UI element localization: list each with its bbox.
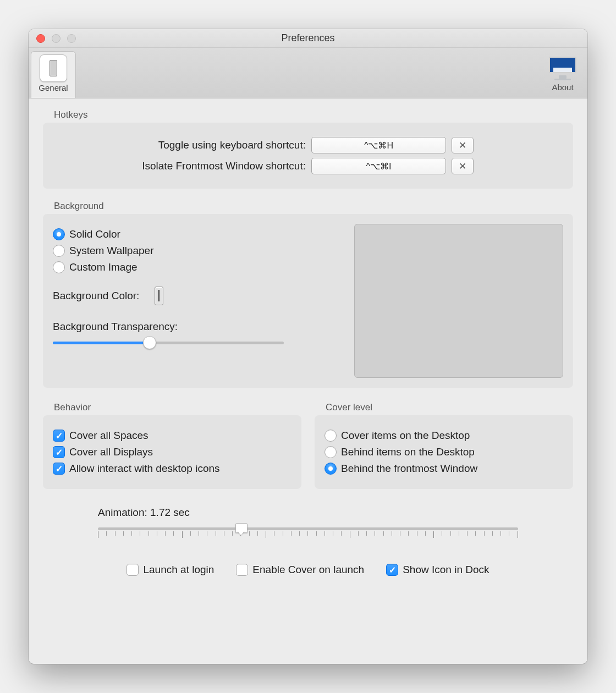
radio-icon	[53, 261, 65, 273]
tab-general[interactable]: General	[31, 51, 76, 98]
background-color-label: Background Color:	[53, 290, 139, 302]
section-background: Solid Color System Wallpaper Custom Imag…	[43, 214, 573, 388]
slider-ticks	[98, 531, 518, 537]
radio-behind-items[interactable]: Behind items on the Desktop	[324, 446, 563, 458]
radio-label: Behind the frontmost Window	[341, 463, 477, 475]
checkbox-label: Launch at login	[143, 564, 214, 576]
checkbox-label: Allow interact with desktop icons	[69, 463, 220, 475]
radio-custom-image[interactable]: Custom Image	[53, 261, 338, 273]
section-cover-level-label: Cover level	[326, 402, 573, 413]
animation-slider[interactable]	[98, 524, 518, 543]
about-icon	[549, 54, 576, 81]
close-icon: ✕	[459, 161, 466, 172]
close-icon: ✕	[459, 140, 466, 151]
radio-label: System Wallpaper	[69, 245, 153, 257]
isolate-shortcut-clear[interactable]: ✕	[452, 158, 474, 174]
animation-label: Animation: 1.72 sec	[98, 507, 518, 519]
checkbox-icon	[53, 463, 65, 475]
general-icon	[40, 54, 67, 82]
window-title: Preferences	[29, 32, 587, 44]
titlebar: Preferences	[29, 29, 587, 48]
transparency-label: Background Transparency:	[53, 321, 338, 333]
radio-label: Behind items on the Desktop	[341, 446, 475, 458]
checkbox-cover-displays[interactable]: Cover all Displays	[53, 446, 292, 458]
checkbox-icon	[386, 564, 398, 576]
checkbox-label: Cover all Displays	[69, 446, 153, 458]
checkbox-icon	[53, 446, 65, 458]
radio-solid-color[interactable]: Solid Color	[53, 228, 338, 240]
switch-icon	[50, 60, 57, 76]
slider-fill	[53, 342, 150, 344]
radio-icon	[324, 430, 337, 442]
slider-knob[interactable]	[143, 336, 156, 349]
background-color-well[interactable]	[155, 287, 163, 305]
toggle-shortcut-label: Toggle using keyboard shortcut:	[53, 139, 306, 151]
section-behavior-label: Behavior	[54, 402, 301, 413]
toolbar-spacer	[76, 51, 540, 98]
checkbox-icon	[236, 564, 248, 576]
radio-system-wallpaper[interactable]: System Wallpaper	[53, 245, 338, 257]
radio-cover-items[interactable]: Cover items on the Desktop	[324, 430, 563, 442]
section-behavior: Cover all Spaces Cover all Displays Allo…	[43, 415, 301, 489]
checkbox-icon	[127, 564, 139, 576]
slider-knob[interactable]	[235, 523, 246, 535]
section-background-label: Background	[54, 201, 573, 212]
checkbox-launch-login[interactable]: Launch at login	[127, 564, 214, 576]
toggle-shortcut-field[interactable]: ^⌥⌘H	[311, 137, 446, 153]
radio-icon	[53, 228, 65, 240]
radio-label: Custom Image	[69, 261, 138, 273]
radio-behind-front[interactable]: Behind the frontmost Window	[324, 463, 563, 475]
background-preview	[354, 224, 563, 378]
tab-about-label: About	[552, 82, 573, 92]
radio-icon	[53, 245, 65, 257]
checkbox-show-dock[interactable]: Show Icon in Dock	[386, 564, 489, 576]
color-swatch	[158, 290, 160, 301]
checkbox-allow-interact[interactable]: Allow interact with desktop icons	[53, 463, 292, 475]
transparency-slider[interactable]	[53, 336, 284, 349]
radio-label: Solid Color	[69, 228, 120, 240]
section-cover-level: Cover items on the Desktop Behind items …	[315, 415, 573, 489]
checkbox-label: Show Icon in Dock	[403, 564, 489, 576]
preferences-window: Preferences General About Hotkeys To	[29, 29, 587, 664]
checkbox-cover-spaces[interactable]: Cover all Spaces	[53, 430, 292, 442]
isolate-shortcut-label: Isolate Frontmost Window shortcut:	[53, 160, 306, 172]
footer-options: Launch at login Enable Cover on launch S…	[43, 559, 573, 580]
radio-icon	[324, 446, 337, 458]
checkbox-enable-on-launch[interactable]: Enable Cover on launch	[236, 564, 364, 576]
toolbar: General About	[29, 48, 587, 98]
tab-about[interactable]: About	[540, 51, 585, 98]
slider-track	[98, 527, 518, 530]
section-hotkeys-label: Hotkeys	[54, 109, 573, 120]
section-hotkeys: Toggle using keyboard shortcut: ^⌥⌘H ✕ I…	[43, 123, 573, 189]
radio-label: Cover items on the Desktop	[341, 430, 470, 442]
checkbox-icon	[53, 430, 65, 442]
tab-general-label: General	[38, 83, 68, 92]
radio-icon	[324, 463, 337, 475]
isolate-shortcut-field[interactable]: ^⌥⌘I	[311, 158, 446, 174]
checkbox-label: Cover all Spaces	[69, 430, 148, 442]
toggle-shortcut-clear[interactable]: ✕	[452, 137, 474, 153]
content: Hotkeys Toggle using keyboard shortcut: …	[29, 98, 587, 664]
checkbox-label: Enable Cover on launch	[252, 564, 364, 576]
